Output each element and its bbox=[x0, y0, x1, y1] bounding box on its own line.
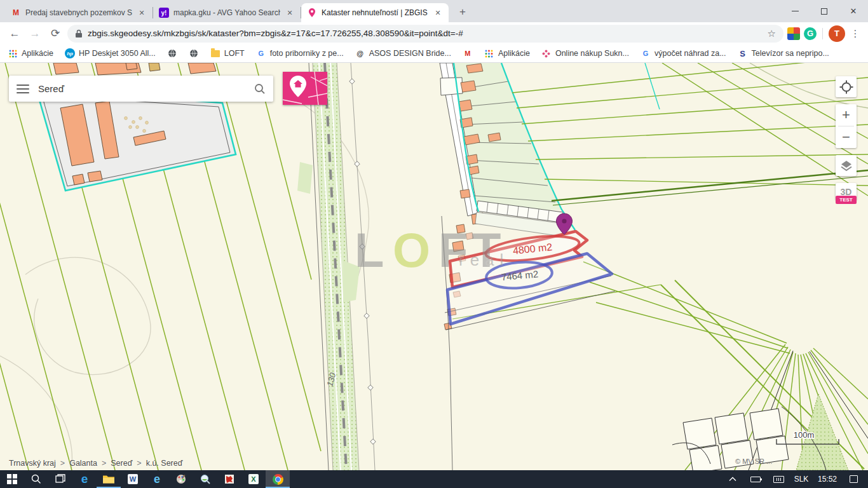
action-center-button[interactable] bbox=[843, 475, 864, 483]
breadcrumb-cadastral-unit[interactable]: k.ú. Sereď bbox=[146, 459, 183, 468]
bookmark-foto-priborniky[interactable]: G foto priborniky z pe... bbox=[256, 48, 344, 58]
menu-icon[interactable] bbox=[17, 85, 29, 93]
magnifier-photo-icon bbox=[200, 474, 210, 484]
bookmark-label: výpočet náhrad za... bbox=[654, 49, 726, 58]
keyboard-tray-icon[interactable] bbox=[768, 476, 789, 483]
start-button[interactable] bbox=[0, 470, 24, 488]
three-d-control: 3D TEST bbox=[836, 183, 857, 204]
bookmark-star-icon[interactable]: ☆ bbox=[768, 28, 776, 39]
bookmark-label: ASOS DESIGN Bride... bbox=[369, 49, 451, 58]
photo-viewer-taskbar-icon[interactable] bbox=[193, 470, 217, 488]
chrome-taskbar-icon[interactable] bbox=[266, 470, 290, 488]
s-icon: S bbox=[738, 48, 748, 58]
asos-icon: @ bbox=[355, 48, 365, 58]
bookmark-label: foto priborniky z pe... bbox=[270, 49, 344, 58]
map-viewport: 130 bbox=[0, 63, 868, 470]
search-input[interactable] bbox=[38, 83, 245, 94]
bookmark-asos[interactable]: @ ASOS DESIGN Bride... bbox=[355, 48, 451, 58]
toolbar-divider bbox=[822, 28, 823, 39]
close-icon[interactable]: ✕ bbox=[433, 8, 443, 18]
apps-grid-icon bbox=[8, 48, 18, 58]
tray-expand-chevron[interactable] bbox=[722, 477, 743, 482]
svg-text:O: O bbox=[393, 223, 430, 277]
tab-gmail-listing[interactable]: M Predaj stavebnych pozemkov Ser ✕ bbox=[5, 3, 153, 22]
tab-title: Kataster nehnuteľností | ZBGIS bbox=[322, 8, 428, 17]
breadcrumb-region[interactable]: Trnavský kraj bbox=[9, 459, 56, 468]
close-window-button[interactable]: ✕ bbox=[839, 0, 868, 22]
forward-button[interactable]: → bbox=[27, 25, 43, 42]
bookmark-globe-1[interactable] bbox=[167, 48, 177, 58]
breadcrumb-municipality[interactable]: Sereď bbox=[111, 459, 132, 468]
address-bar[interactable]: zbgis.skgeodesy.sk/mkzbgis/sk/kataster?b… bbox=[67, 25, 783, 43]
paint-taskbar-icon[interactable] bbox=[169, 470, 193, 488]
bookmark-aplikacie-2[interactable]: Aplikácie bbox=[484, 48, 530, 58]
red-app-taskbar-icon[interactable] bbox=[217, 470, 241, 488]
url-text: zbgis.skgeodesy.sk/mkzbgis/sk/kataster?b… bbox=[88, 29, 763, 38]
word-taskbar-icon[interactable]: W bbox=[121, 470, 145, 488]
search-icon bbox=[31, 474, 41, 484]
layers-button[interactable] bbox=[836, 155, 857, 176]
apps-grid-icon bbox=[484, 48, 494, 58]
breadcrumb-separator: > bbox=[137, 459, 141, 468]
map-search-card bbox=[9, 76, 273, 102]
bookmark-televizor[interactable]: S Televízor sa nepripo... bbox=[738, 48, 829, 58]
locate-button[interactable] bbox=[836, 76, 857, 97]
internet-explorer-taskbar-icon[interactable]: e bbox=[145, 470, 169, 488]
map-controls: + − 3D TEST bbox=[836, 76, 857, 204]
tab-zbgis-active[interactable]: Kataster nehnuteľností | ZBGIS ✕ bbox=[301, 3, 449, 22]
new-tab-button[interactable]: + bbox=[454, 3, 471, 21]
task-view-button[interactable] bbox=[48, 470, 72, 488]
globe-icon bbox=[167, 48, 177, 58]
svg-text:real: real bbox=[459, 250, 509, 269]
avg-extension-icon[interactable] bbox=[787, 27, 800, 40]
layers-icon bbox=[839, 159, 853, 173]
yahoo-icon: y! bbox=[159, 8, 169, 18]
back-button[interactable]: ← bbox=[6, 25, 23, 42]
bookmark-hp-deskjet[interactable]: hp HP Deskjet 3050 All... bbox=[65, 48, 156, 58]
restore-button[interactable] bbox=[810, 0, 839, 22]
breadcrumb-district[interactable]: Galanta bbox=[69, 459, 97, 468]
chevron-up-icon bbox=[729, 477, 736, 482]
battery-tray-icon[interactable] bbox=[745, 477, 766, 482]
close-icon[interactable]: ✕ bbox=[137, 8, 147, 18]
profile-avatar[interactable]: T bbox=[829, 25, 845, 42]
google-icon: G bbox=[256, 48, 266, 58]
gmail-icon: M bbox=[463, 48, 473, 58]
map-attribution: © MV SR ... bbox=[735, 458, 772, 465]
excel-taskbar-icon[interactable]: X bbox=[241, 470, 266, 488]
search-icon[interactable] bbox=[254, 83, 266, 95]
tab-yahoo-search[interactable]: y! mapka.gku - AVG Yahoo Search F ✕ bbox=[153, 3, 301, 22]
reload-button[interactable]: ⟳ bbox=[47, 25, 64, 42]
browser-menu-button[interactable]: ⋮ bbox=[849, 28, 862, 39]
grammarly-extension-icon[interactable]: G bbox=[804, 27, 817, 40]
bookmark-globe-2[interactable] bbox=[189, 48, 199, 58]
bookmark-online-nakup[interactable]: Online nákup Sukn... bbox=[541, 48, 629, 58]
edge-taskbar-icon[interactable]: e bbox=[72, 470, 97, 488]
zoom-out-button[interactable]: − bbox=[836, 126, 857, 148]
map-canvas[interactable]: 130 bbox=[0, 63, 868, 470]
breadcrumb-separator: > bbox=[60, 459, 65, 468]
bookmark-aplikacie[interactable]: Aplikácie bbox=[8, 48, 53, 58]
clock[interactable]: 15:52 bbox=[813, 475, 841, 484]
taskbar-search-button[interactable] bbox=[24, 470, 48, 488]
bookmark-loft-folder[interactable]: LOFT bbox=[210, 48, 245, 58]
system-tray: SLK 15:52 bbox=[722, 470, 868, 488]
hp-icon: hp bbox=[65, 48, 75, 58]
zbgis-logo[interactable] bbox=[283, 72, 327, 105]
pink-dots-icon bbox=[541, 48, 552, 58]
zoom-in-button[interactable]: + bbox=[836, 104, 857, 126]
file-explorer-taskbar-icon[interactable] bbox=[97, 470, 121, 488]
close-icon[interactable]: ✕ bbox=[285, 8, 295, 18]
language-indicator[interactable]: SLK bbox=[790, 475, 812, 484]
lock-icon bbox=[75, 29, 83, 38]
tab-bar: M Predaj stavebnych pozemkov Ser ✕ y! ma… bbox=[0, 0, 868, 22]
browser-toolbar: ← → ⟳ zbgis.skgeodesy.sk/mkzbgis/sk/kata… bbox=[0, 22, 868, 44]
bookmark-gmail[interactable]: M bbox=[463, 48, 473, 58]
breadcrumb-separator: > bbox=[102, 459, 106, 468]
minimize-button[interactable] bbox=[780, 0, 810, 22]
windows-taskbar: e W e X bbox=[0, 470, 868, 488]
palette-icon bbox=[176, 474, 186, 484]
folder-icon bbox=[103, 475, 114, 484]
bookmark-vypocet-nahrad[interactable]: G výpočet náhrad za... bbox=[641, 48, 726, 58]
bookmark-label: Televízor sa nepripo... bbox=[752, 49, 829, 58]
